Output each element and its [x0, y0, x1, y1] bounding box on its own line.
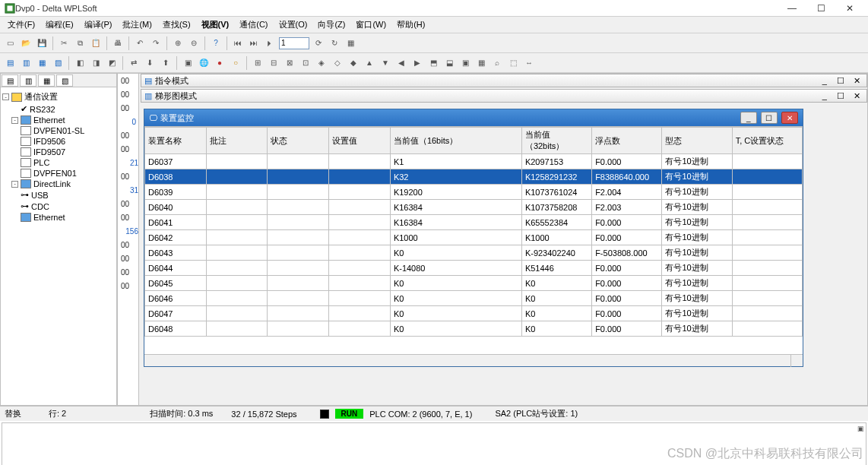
table-row[interactable]: D6043K0K-923402240F-503808.000有号10进制 — [145, 245, 803, 261]
t9-icon[interactable]: ▼ — [379, 56, 392, 70]
sidebar-tab-3[interactable]: ▦ — [38, 74, 55, 87]
cell-flt[interactable]: F0.000 — [592, 261, 662, 276]
cell-setval[interactable] — [329, 169, 391, 185]
tree-ifd9506[interactable]: IFD9506 — [21, 136, 115, 147]
menu-note[interactable]: 批注(M) — [118, 17, 157, 32]
device-monitor-window[interactable]: 🖵 装置监控 _ ☐ ✕ 装置名称 — [144, 109, 803, 367]
t17-icon[interactable]: ⬚ — [506, 56, 520, 70]
cell-c16[interactable]: K19200 — [390, 185, 521, 200]
sidebar-tab-1[interactable]: ▤ — [2, 74, 18, 87]
t13-icon[interactable]: ⬓ — [442, 56, 456, 70]
menu-view[interactable]: 视图(V) — [197, 17, 234, 32]
view2-icon[interactable]: ▥ — [19, 56, 33, 70]
cell-c32[interactable]: K-923402240 — [521, 245, 591, 261]
cell-note[interactable] — [206, 200, 268, 215]
cell-setval[interactable] — [329, 154, 391, 169]
copy-icon[interactable]: ⧉ — [73, 36, 87, 50]
menu-compile[interactable]: 编译(P) — [80, 17, 117, 32]
tool-c-icon[interactable]: ◩ — [105, 56, 119, 70]
cell-tc[interactable] — [732, 261, 802, 276]
cell-tc[interactable] — [732, 185, 802, 200]
cell-name[interactable]: D6041 — [145, 215, 207, 230]
cell-c32[interactable]: K0 — [521, 321, 591, 337]
cell-state[interactable] — [268, 200, 329, 215]
tree-root[interactable]: -通信设置 — [2, 90, 115, 103]
cell-setval[interactable] — [329, 321, 391, 337]
cell-type[interactable]: 有号10进制 — [662, 245, 732, 261]
cell-flt[interactable]: F0.000 — [592, 276, 662, 291]
cell-c32[interactable]: K1258291232 — [521, 169, 591, 185]
output-pane[interactable]: ▣ — [2, 422, 866, 465]
tree-ifd9507[interactable]: IFD9507 — [21, 147, 115, 157]
cell-c32[interactable]: K0 — [521, 306, 591, 321]
t18-icon[interactable]: ↔ — [522, 56, 536, 70]
cell-name[interactable]: D6040 — [145, 200, 207, 215]
cell-type[interactable]: 有号10进制 — [662, 154, 732, 169]
cell-c16[interactable]: K1 — [390, 154, 521, 169]
stop-icon[interactable]: ● — [213, 56, 227, 70]
cell-setval[interactable] — [329, 306, 391, 321]
tree-dvpfen01[interactable]: DVPFEN01 — [21, 168, 115, 179]
cell-note[interactable] — [206, 169, 268, 185]
cell-note[interactable] — [206, 185, 268, 200]
cell-state[interactable] — [268, 321, 329, 337]
col-note[interactable]: 批注 — [206, 128, 268, 154]
sub1-max[interactable]: ☐ — [834, 76, 847, 86]
t6-icon[interactable]: ◇ — [331, 56, 344, 70]
cell-type[interactable]: 有号10进制 — [662, 215, 732, 230]
cell-state[interactable] — [268, 261, 329, 276]
cell-state[interactable] — [268, 169, 329, 185]
cell-c16[interactable]: K16384 — [390, 215, 521, 230]
cell-state[interactable] — [268, 154, 329, 169]
col-float[interactable]: 浮点数 — [592, 128, 662, 154]
tree-plc[interactable]: PLC — [21, 157, 115, 168]
upload-icon[interactable]: ⬆ — [159, 56, 173, 70]
table-row[interactable]: D6046K0K0F0.000有号10进制 — [145, 291, 803, 306]
cell-c32[interactable]: K0 — [521, 291, 591, 306]
table-row[interactable]: D6044K-14080K51446F0.000有号10进制 — [145, 261, 803, 276]
cell-name[interactable]: D6045 — [145, 276, 207, 291]
cell-flt[interactable]: F0.000 — [592, 306, 662, 321]
tree-rs232[interactable]: ✔RS232 — [11, 103, 115, 115]
cell-state[interactable] — [268, 230, 329, 245]
menu-settings[interactable]: 设置(O) — [274, 17, 312, 32]
col-type[interactable]: 型态 — [662, 128, 732, 154]
menu-search[interactable]: 查找(S) — [158, 17, 195, 32]
window-min-button[interactable]: — — [778, 2, 806, 15]
cell-flt[interactable]: F0.000 — [592, 321, 662, 337]
tree-cdc[interactable]: ⊶CDC — [21, 201, 115, 212]
t8-icon[interactable]: ▲ — [363, 56, 376, 70]
window-close-button[interactable]: ✕ — [836, 2, 863, 15]
col-c32[interactable]: 当前值（32bits） — [521, 128, 591, 154]
cell-c32[interactable]: K1073758208 — [521, 200, 591, 215]
cell-c32[interactable]: K2097153 — [521, 154, 591, 169]
cell-note[interactable] — [206, 306, 268, 321]
cell-c32[interactable]: K51446 — [521, 261, 591, 276]
sidebar-tab-4[interactable]: ▧ — [56, 74, 73, 87]
cell-setval[interactable] — [329, 200, 391, 215]
table-row[interactable]: D6038K32K1258291232F8388640.000有号10进制 — [145, 169, 803, 185]
undo-icon[interactable]: ↶ — [133, 36, 147, 50]
col-c16[interactable]: 当前值（16bits） — [390, 128, 521, 154]
t14-icon[interactable]: ▣ — [458, 56, 472, 70]
step-input[interactable] — [279, 37, 309, 49]
cell-type[interactable]: 有号10进制 — [662, 306, 732, 321]
t3-icon[interactable]: ⊠ — [283, 56, 296, 70]
col-name[interactable]: 装置名称 — [145, 128, 207, 154]
cell-flt[interactable]: F-503808.000 — [592, 245, 662, 261]
sub1-close[interactable]: ✕ — [850, 76, 863, 86]
cell-note[interactable] — [206, 245, 268, 261]
cell-type[interactable]: 有号10进制 — [662, 321, 732, 337]
table-row[interactable]: D6039K19200K1073761024F2.004有号10进制 — [145, 185, 803, 200]
cell-setval[interactable] — [329, 261, 391, 276]
cell-name[interactable]: D6037 — [145, 154, 207, 169]
menu-comm[interactable]: 通信(C) — [235, 17, 272, 32]
cell-c16[interactable]: K0 — [390, 245, 521, 261]
t10-icon[interactable]: ◀ — [394, 56, 408, 70]
cell-state[interactable] — [268, 276, 329, 291]
cell-tc[interactable] — [732, 245, 802, 261]
cell-state[interactable] — [268, 185, 329, 200]
cell-c16[interactable]: K0 — [390, 321, 521, 337]
col-state[interactable]: 状态 — [268, 128, 329, 154]
cell-c16[interactable]: K-14080 — [390, 261, 521, 276]
